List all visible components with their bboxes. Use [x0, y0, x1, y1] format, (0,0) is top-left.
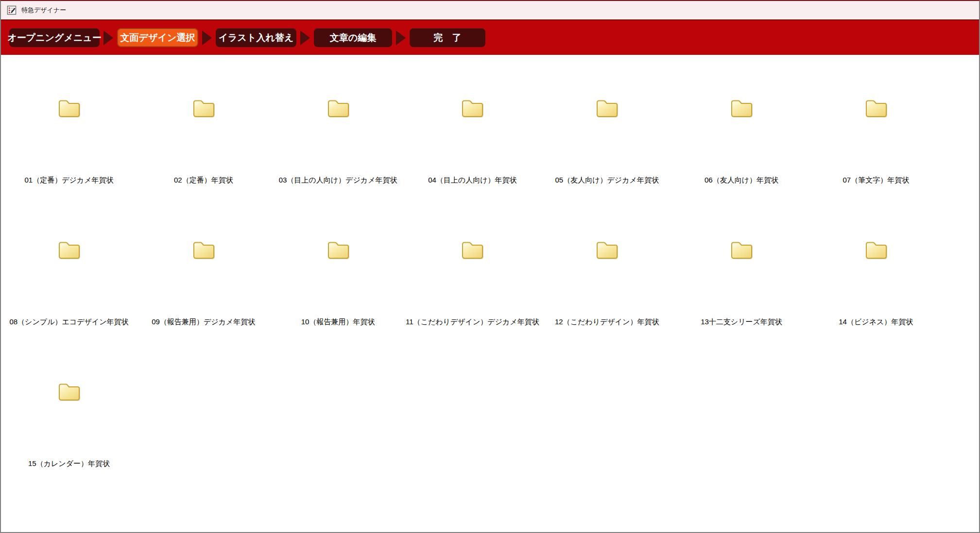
- folder-item[interactable]: 02（定番）年賀状: [137, 98, 271, 205]
- folder-label: 07（筆文字）年賀状: [809, 176, 943, 185]
- nav-step-design-select[interactable]: 文面デザイン選択: [117, 28, 198, 47]
- folder-icon: [730, 240, 753, 259]
- folder-label: 04（目上の人向け）年賀状: [405, 176, 539, 185]
- folder-label: 15（カレンダー）年賀状: [2, 459, 136, 468]
- folder-icon: [57, 382, 81, 401]
- step-arrow-icon: [103, 31, 113, 45]
- folder-item[interactable]: 15（カレンダー）年賀状: [2, 382, 136, 488]
- folder-item[interactable]: 08（シンプル）エコデザイン年賀状: [2, 240, 136, 347]
- folder-icon: [192, 98, 215, 117]
- folder-label: 03（目上の人向け）デジカメ年賀状: [271, 176, 405, 185]
- nav-step-illustration-swap[interactable]: イラスト入れ替え: [216, 28, 296, 47]
- folder-item[interactable]: 01（定番）デジカメ年賀状: [2, 98, 136, 205]
- folder-label: 10（報告兼用）年賀状: [271, 317, 405, 327]
- folder-item[interactable]: 03（目上の人向け）デジカメ年賀状: [271, 98, 405, 205]
- folder-grid: 01（定番）デジカメ年賀状02（定番）年賀状03（目上の人向け）デジカメ年賀状0…: [1, 55, 979, 533]
- folder-icon: [57, 240, 81, 259]
- step-arrow-icon: [396, 31, 406, 45]
- folder-label: 14（ビジネス）年賀状: [809, 317, 943, 327]
- folder-icon: [327, 98, 350, 117]
- wizard-nav: オープニングメニュー 文面デザイン選択 イラスト入れ替え 文章の編集 完 了: [1, 19, 980, 56]
- folder-icon: [595, 98, 619, 117]
- folder-label: 08（シンプル）エコデザイン年賀状: [2, 317, 136, 327]
- folder-label: 06（友人向け）年賀状: [674, 176, 808, 185]
- folder-item[interactable]: 07（筆文字）年賀状: [809, 98, 943, 205]
- step-arrow-icon: [202, 31, 212, 45]
- folder-item[interactable]: 12（こだわりデザイン）年賀状: [540, 240, 674, 347]
- folder-icon: [864, 98, 888, 117]
- app-icon: [7, 5, 17, 15]
- folder-icon: [730, 98, 753, 117]
- folder-item[interactable]: 06（友人向け）年賀状: [674, 98, 808, 205]
- folder-icon: [461, 240, 484, 259]
- step-arrow-icon: [300, 31, 310, 45]
- folder-icon: [327, 240, 350, 259]
- folder-label: 11（こだわりデザイン）デジカメ年賀状: [405, 317, 539, 327]
- folder-label: 05（友人向け）デジカメ年賀状: [540, 176, 674, 185]
- title-bar: 特急デザイナー: [1, 1, 979, 19]
- folder-icon: [192, 240, 215, 259]
- folder-icon: [57, 98, 81, 117]
- folder-item[interactable]: 11（こだわりデザイン）デジカメ年賀状: [405, 240, 539, 347]
- folder-item[interactable]: 04（目上の人向け）年賀状: [405, 98, 539, 205]
- window-title: 特急デザイナー: [21, 6, 66, 15]
- folder-label: 09（報告兼用）デジカメ年賀状: [137, 317, 271, 327]
- folder-icon: [864, 240, 888, 259]
- folder-item[interactable]: 14（ビジネス）年賀状: [809, 240, 943, 347]
- nav-step-text-edit[interactable]: 文章の編集: [314, 28, 392, 47]
- folder-item[interactable]: 09（報告兼用）デジカメ年賀状: [137, 240, 271, 347]
- folder-label: 01（定番）デジカメ年賀状: [2, 176, 136, 185]
- folder-item[interactable]: 13十二支シリーズ年賀状: [674, 240, 808, 347]
- folder-icon: [595, 240, 619, 259]
- folder-item[interactable]: 05（友人向け）デジカメ年賀状: [540, 98, 674, 205]
- nav-step-opening-menu[interactable]: オープニングメニュー: [9, 28, 100, 47]
- folder-label: 12（こだわりデザイン）年賀状: [540, 317, 674, 327]
- folder-item[interactable]: 10（報告兼用）年賀状: [271, 240, 405, 347]
- folder-label: 13十二支シリーズ年賀状: [674, 317, 808, 327]
- folder-label: 02（定番）年賀状: [137, 176, 271, 185]
- nav-step-finish[interactable]: 完 了: [410, 28, 485, 47]
- folder-icon: [461, 98, 484, 117]
- app-window: 特急デザイナー オープニングメニュー 文面デザイン選択 イラスト入れ替え 文章の…: [0, 0, 980, 533]
